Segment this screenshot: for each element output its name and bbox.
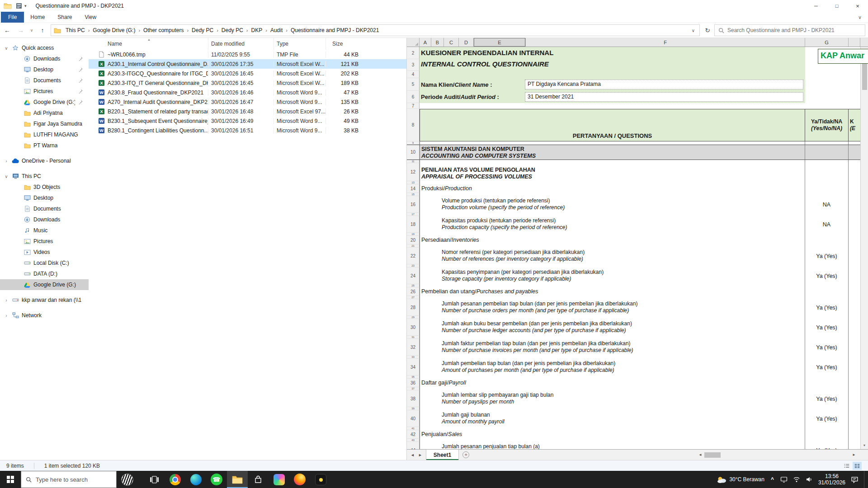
action-center-icon[interactable] <box>851 476 859 483</box>
breadcrumb-item-google-drive-g[interactable]: Google Drive (G:) <box>91 26 137 34</box>
file-row-b280-1-contingent-liabilities-[interactable]: WB280.1_Contingent Liabilities Questionn… <box>89 126 406 135</box>
sheet-nav-next-icon[interactable]: ► <box>418 453 422 457</box>
sidebar-item-local-disk-c[interactable]: Local Disk (C:) <box>0 258 89 268</box>
chevron-icon[interactable]: ∨ <box>4 46 9 51</box>
large-icons-view-icon[interactable] <box>853 462 862 470</box>
explorer-search-input[interactable]: Search Questionnaire and PMPJ - DKP2021 <box>714 24 865 36</box>
breadcrumb-item-dedy-pc[interactable]: Dedy PC <box>220 26 245 34</box>
breadcrumb-item-this-pc[interactable]: This PC <box>64 26 87 34</box>
file-row-a230-1-internal-control-questi[interactable]: XA230.1_Internal Control Questionnaire_D… <box>89 59 406 69</box>
taskbar-clock[interactable]: 13:56 31/01/2026 <box>818 473 845 486</box>
sidebar-item-documents[interactable]: Documents <box>0 75 89 86</box>
sidebar-item-figar-jaya-samudra[interactable]: Figar Jaya Samudra <box>0 118 89 129</box>
display-tray-icon[interactable] <box>780 476 788 483</box>
vertical-scrollbar-thumb[interactable] <box>862 59 867 90</box>
sidebar-item-pictures[interactable]: Pictures <box>0 86 89 97</box>
firefox-taskbar-button[interactable] <box>289 471 310 488</box>
sidebar-section-kkp-anwar-dan-rekan-1[interactable]: ›kkp anwar dan rekan (\\1 <box>0 295 89 305</box>
forward-button[interactable]: → <box>14 24 27 37</box>
properties-toolbar-icon[interactable] <box>15 3 23 9</box>
sidebar-item-luthfi-magang[interactable]: LUTHFI MAGANG <box>0 129 89 140</box>
refresh-button[interactable]: ↻ <box>702 24 713 36</box>
scroll-down-icon[interactable]: ▼ <box>863 441 866 449</box>
zebra-app-taskbar-button[interactable] <box>117 471 137 488</box>
column-header-name[interactable]: Name <box>98 38 208 50</box>
sidebar-section-quick-access[interactable]: ∨Quick access <box>0 42 89 53</box>
sidebar-item-music[interactable]: Music <box>0 225 89 236</box>
file-row-a230-8-fraud-questionnaire-dkp[interactable]: WA230.8_Fraud Questionnaire_DKP202130/01… <box>89 88 406 97</box>
edge-taskbar-button[interactable] <box>185 471 206 488</box>
pinned-app-taskbar-button[interactable] <box>269 471 289 488</box>
chevron-icon[interactable]: › <box>4 313 9 318</box>
sidebar-item-desktop[interactable]: Desktop <box>0 64 89 75</box>
minimize-button[interactable]: ─ <box>806 0 826 12</box>
preview-vertical-scrollbar[interactable]: ▲ ▼ <box>860 47 868 449</box>
horizontal-scrollbar-thumb[interactable] <box>704 452 721 458</box>
sidebar-item-google-drive-g[interactable]: Google Drive (G:) <box>0 97 89 108</box>
breadcrumb-item-other-computers[interactable]: Other computers <box>142 26 185 34</box>
pinned-app-dark-taskbar-button[interactable] <box>310 471 331 488</box>
back-button[interactable]: ← <box>1 24 14 37</box>
up-button[interactable]: ↑ <box>36 24 49 37</box>
file-row-a270-internal-audit-questionna[interactable]: WA270_Internal Audit Questionnaire_DKP2.… <box>89 97 406 107</box>
file-row-wrl0066-tmp[interactable]: ~WRL0066.tmp11/02/2025 9:55TMP File44 KB <box>89 50 406 59</box>
sidebar-section-this-pc[interactable]: ∨This PC <box>0 171 89 182</box>
column-header-date-modified[interactable]: Date modified <box>208 38 274 50</box>
sidebar-item-videos[interactable]: Videos <box>0 247 89 258</box>
file-row-a230-3-itgcq-questionnaire-for[interactable]: XA230.3-ITGCQ_Questionnaire for ITGC_DK.… <box>89 69 406 78</box>
show-desktop-button[interactable] <box>864 471 867 488</box>
view-menu-tab[interactable]: View <box>78 12 103 23</box>
volume-tray-icon[interactable] <box>806 476 813 483</box>
details-view-icon[interactable] <box>842 462 851 470</box>
breadcrumb-item-dedy-pc[interactable]: Dedy PC <box>190 26 215 34</box>
chrome-taskbar-button[interactable] <box>165 471 185 488</box>
sidebar-item-adi-priyatna[interactable]: Adi Priyatna <box>0 108 89 118</box>
sidebar-section-onedrive-personal[interactable]: ›OneDrive - Personal <box>0 155 89 166</box>
titlebar-customize-chevron-icon[interactable]: ▾ <box>24 4 27 8</box>
tray-expand-chevron-icon[interactable]: ^ <box>770 476 775 483</box>
sidebar-item-documents[interactable]: Documents <box>0 203 89 214</box>
sidebar-item-pictures[interactable]: Pictures <box>0 236 89 247</box>
sidebar-item-data-d[interactable]: DATA (D:) <box>0 268 89 279</box>
file-row-b230-1-subsequent-event-questi[interactable]: WB230.1_Subsequent Event Questionnaire_.… <box>89 116 406 126</box>
sidebar-item-downloads[interactable]: Downloads <box>0 53 89 64</box>
start-button[interactable] <box>0 471 21 488</box>
maximize-button[interactable]: □ <box>826 0 847 12</box>
address-dropdown-chevron-icon[interactable]: ∨ <box>690 28 697 33</box>
breadcrumb-item-audit[interactable]: Audit <box>269 26 284 34</box>
share-menu-tab[interactable]: Share <box>51 12 78 23</box>
scroll-left-icon[interactable]: ◄ <box>696 453 704 457</box>
file-row-a230-3-itq-it-general-question[interactable]: XA230.3-ITQ_IT General Questionnaire_DK.… <box>89 78 406 88</box>
taskbar-search-input[interactable]: Type here to search <box>21 471 117 488</box>
sidebar-item-downloads[interactable]: Downloads <box>0 214 89 225</box>
sidebar-item-pt-warna[interactable]: PT Warna <box>0 140 89 151</box>
preview-horizontal-scrollbar[interactable]: ◄ ► <box>696 450 858 460</box>
recent-locations-chevron-icon[interactable]: ∨ <box>28 24 35 37</box>
sidebar-item-3d-objects[interactable]: 3D Objects <box>0 182 89 192</box>
task-view-taskbar-button[interactable] <box>144 471 165 488</box>
column-header-type[interactable]: Type <box>274 38 326 50</box>
expand-ribbon-chevron-icon[interactable]: ∨ <box>858 14 862 20</box>
select-all-corner[interactable] <box>407 38 420 47</box>
chevron-icon[interactable]: › <box>4 159 9 164</box>
sidebar-item-desktop[interactable]: Desktop <box>0 192 89 203</box>
breadcrumb-item-questionnaire-and-pmpj-dkp2021[interactable]: Questionnaire and PMPJ - DKP2021 <box>289 26 381 34</box>
chevron-icon[interactable]: › <box>4 298 9 303</box>
add-sheet-icon[interactable]: + <box>462 451 469 458</box>
microsoft-store-taskbar-button[interactable] <box>248 471 269 488</box>
file-menu-tab[interactable]: File <box>1 12 24 23</box>
whatsapp-taskbar-button[interactable]: ☎ <box>206 471 227 488</box>
weather-widget[interactable]: 30°C Berawan <box>717 476 764 483</box>
close-button[interactable]: × <box>847 0 868 12</box>
address-bar[interactable]: This PC›Google Drive (G:)›Other computer… <box>51 24 700 36</box>
file-explorer-taskbar-button[interactable] <box>227 471 248 488</box>
scroll-right-icon[interactable]: ► <box>850 453 858 457</box>
chevron-icon[interactable]: ∨ <box>4 174 9 179</box>
sidebar-section-network[interactable]: ›Network <box>0 310 89 321</box>
file-row-b220-1-statement-of-related-pa[interactable]: XB220.1_Statement of related party trans… <box>89 107 406 116</box>
sidebar-item-google-drive-g[interactable]: Google Drive (G:) <box>0 279 89 290</box>
breadcrumb-item-dkp[interactable]: DKP <box>250 26 264 34</box>
column-header-size[interactable]: Size <box>326 38 363 50</box>
sheet-nav-prev-icon[interactable]: ◄ <box>410 453 415 457</box>
wifi-tray-icon[interactable] <box>793 476 800 483</box>
